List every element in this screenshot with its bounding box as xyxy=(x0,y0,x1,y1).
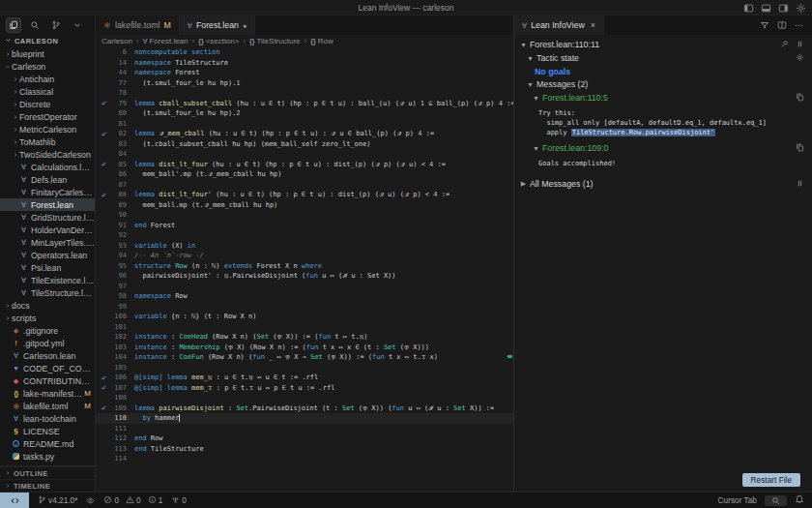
remote-window-indicator[interactable] xyxy=(0,493,29,508)
git-branch-version[interactable]: v4.21.0* xyxy=(38,495,77,506)
code-line-102[interactable]: 102instance : CoeHead (Row X n) (Set (𝔓 … xyxy=(96,332,513,343)
code-line-81[interactable]: 81 xyxy=(96,119,513,130)
code-line-104[interactable]: 104instance : CoeFun (Row X n) (fun _ ↦ … xyxy=(96,352,513,363)
pause-icon[interactable] xyxy=(796,179,804,190)
folder-row-twosidedcarleson[interactable]: TwoSidedCarleson xyxy=(0,148,95,161)
tab-lean-infoview[interactable]: ∀ Lean InfoView × xyxy=(514,15,604,35)
copy-icon[interactable] xyxy=(796,143,804,154)
code-line-6[interactable]: 6noncomputable section xyxy=(96,47,513,58)
code-line-100[interactable]: 100variable {n : ℕ} (t : Row X n) xyxy=(96,312,513,322)
code-line-95[interactable]: 95structure Row (n : ℕ) extends Forest X… xyxy=(96,261,513,272)
folder-row-scripts[interactable]: scripts xyxy=(0,312,95,324)
code-line-96[interactable]: 96 pairwiseDisjoint' : 𝔘.PairwiseDisjoin… xyxy=(96,271,513,282)
code-line-77[interactable]: 77 (t.smul_four_le hu hp).1 xyxy=(96,78,513,89)
customize-layout-icon[interactable] xyxy=(796,3,806,14)
code-line-106[interactable]: ✓✓106@[simp] lemma mem_𝔘 : u ∈ t.𝔘 ↔ u ∈… xyxy=(96,373,513,383)
tactic-state-header[interactable]: ▼ Tactic state xyxy=(514,51,812,65)
all-messages-header[interactable]: ▶ All Messages (1) xyxy=(514,177,812,191)
code-line-91[interactable]: 91end Forest xyxy=(96,221,513,231)
tab-forest-lean[interactable]: ∀ Forest.lean ● xyxy=(180,15,255,35)
code-line-111[interactable]: 111 xyxy=(96,424,513,434)
file-row-lake-manifest-j-[interactable]: {}lake-manifest.j...M xyxy=(0,387,95,400)
breadcrumb-item[interactable]: {}<section> xyxy=(198,37,239,45)
source-control-icon[interactable] xyxy=(48,17,64,33)
folder-row-classical[interactable]: Classical xyxy=(0,85,95,98)
code-line-82[interactable]: ✓✓82lemma 𝒬_mem_cball (hu : u ∈ t) (hp :… xyxy=(96,129,513,139)
code-line-44[interactable]: 44namespace Forest xyxy=(96,68,513,78)
file-row-license[interactable]: §LICENSE xyxy=(0,425,95,437)
code-line-94[interactable]: 94/-- An `n`-row -/ xyxy=(96,251,513,261)
pause-icon[interactable] xyxy=(796,40,804,50)
code-line-92[interactable]: 92 xyxy=(96,230,513,241)
code-line-98[interactable]: 98namespace Row xyxy=(96,291,513,302)
bell-icon[interactable] xyxy=(795,494,804,506)
filter-icon[interactable] xyxy=(760,16,769,34)
code-line-114[interactable]: 114 xyxy=(96,454,513,464)
code-line-85[interactable]: ✓✓85lemma dist_lt_four (hu : u ∈ t) (hp … xyxy=(96,160,513,170)
file-row-tileexistence-lean[interactable]: ∀TileExistence.lean xyxy=(0,274,95,286)
file-row-forest-lean[interactable]: ∀Forest.lean xyxy=(0,198,95,211)
code-line-99[interactable]: 99 xyxy=(96,302,513,313)
chevron-down-icon[interactable] xyxy=(70,17,85,33)
ports-forwarded-indicator[interactable]: 0 xyxy=(171,495,187,506)
code-line-113[interactable]: 113end TileStructure xyxy=(96,444,513,455)
code-line-93[interactable]: 93variable (X) in xyxy=(96,241,513,252)
panel-right-icon[interactable] xyxy=(778,3,789,14)
code-line-107[interactable]: ✓✓107@[simp] lemma mem_𝔗 : p ∈ t.𝔗 u ↔ p… xyxy=(96,383,513,394)
code-line-80[interactable]: 80 (t.smul_four_le hu hp).2 xyxy=(96,108,513,119)
folder-row-carleson[interactable]: Carleson xyxy=(0,60,95,73)
code-line-108[interactable]: 108 xyxy=(96,393,513,403)
split-editor-icon[interactable] xyxy=(777,16,787,34)
code-line-84[interactable]: 84 xyxy=(96,149,513,160)
code-line-97[interactable]: 97 xyxy=(96,282,513,292)
code-editor[interactable]: 6noncomputable section14namespace TileSt… xyxy=(96,47,513,492)
restart-file-button[interactable]: Restart File xyxy=(742,473,800,487)
tab-lakefile-toml[interactable]: lakefile.toml M xyxy=(96,15,180,35)
breadcrumb-item[interactable]: {}Row xyxy=(310,37,333,45)
breadcrumb-item[interactable]: ∀Forest.lean xyxy=(143,37,188,45)
folder-row-docs[interactable]: docs xyxy=(0,299,95,312)
message2-location[interactable]: ▼ Forest.lean:109:0 xyxy=(514,141,812,155)
outline-panel-header[interactable]: OUTLINE xyxy=(0,466,95,479)
file-row-code-of-conduc-[interactable]: ♥CODE_OF_CONDUC... xyxy=(0,362,95,374)
goal-position-header[interactable]: ▼ Forest.lean:110:11 xyxy=(514,38,812,51)
file-row-minlayertiles-lean[interactable]: ∀MinLayerTiles.lean xyxy=(0,236,95,249)
cursor-tab-label[interactable]: Cursor Tab xyxy=(718,495,757,505)
code-line-109[interactable]: ✓✓109lemma pairwiseDisjoint : Set.Pairwi… xyxy=(96,403,513,414)
code-line-79[interactable]: ✓✓79lemma cball_subset_cball (hu : u ∈ t… xyxy=(96,99,513,109)
eye-icon[interactable] xyxy=(86,496,95,505)
code-line-86[interactable]: 86 mem_ball'.mp (t.𝒬_mem_cball hu hp) xyxy=(96,169,513,180)
breadcrumb-item[interactable]: Carleson xyxy=(102,37,132,45)
messages-header[interactable]: ▼ Messages (2) xyxy=(514,77,812,91)
file-row--gitignore[interactable]: ◆.gitignore xyxy=(0,324,95,337)
file-row--gitpod-yml[interactable]: !.gitpod.yml xyxy=(0,337,95,349)
file-row-tasks-py[interactable]: tasks.py xyxy=(0,450,95,463)
file-row-tilestructure-lean[interactable]: ∀TileStructure.lean xyxy=(0,286,95,299)
breadcrumb[interactable]: Carleson›∀Forest.lean›{}<section>›{}Tile… xyxy=(96,35,513,47)
code-line-14[interactable]: 14namespace TileStructure xyxy=(96,58,513,69)
workspace-root-header[interactable]: CARLESON xyxy=(0,35,95,47)
file-row-calculations-lean[interactable]: ∀Calculations.lean xyxy=(0,161,95,173)
message1-location[interactable]: ▼ Forest.lean:110:5 xyxy=(514,91,812,105)
apply-suggestion-highlight[interactable]: TileStructure.Row.pairwiseDisjoint' xyxy=(571,129,716,136)
folder-row-blueprint[interactable]: blueprint xyxy=(0,47,95,60)
panel-bottom-icon[interactable] xyxy=(761,3,771,14)
code-line-83[interactable]: 83 (t.cball_subset_cball hu hp) (mem_bal… xyxy=(96,139,513,150)
code-line-87[interactable]: 87 xyxy=(96,180,513,191)
panel-left-icon[interactable] xyxy=(743,3,754,14)
file-row-readme-md[interactable]: iREADME.md xyxy=(0,437,95,450)
code-line-88[interactable]: ✓✓88lemma dist_lt_four' (hu : u ∈ t) (hp… xyxy=(96,190,513,200)
folder-row-antichain[interactable]: Antichain xyxy=(0,73,95,85)
search-icon[interactable] xyxy=(27,17,43,33)
folder-row-tomathlib[interactable]: ToMathlib xyxy=(0,135,95,148)
code-line-105[interactable]: 105 xyxy=(96,363,513,374)
copy-icon[interactable] xyxy=(796,93,804,104)
breadcrumb-item[interactable]: {}TileStructure xyxy=(249,37,301,45)
code-line-110[interactable]: 110 by hammer xyxy=(96,413,513,424)
file-row-lean-toolchain[interactable]: ∀lean-toolchain xyxy=(0,412,95,425)
file-row-operators-lean[interactable]: ∀Operators.lean xyxy=(0,249,95,261)
code-line-89[interactable]: 89 mem_ball.mp (t.𝒬_mem_cball hu hp) xyxy=(96,200,513,211)
code-line-112[interactable]: 112end Row xyxy=(96,433,513,444)
file-row-finitarycarleson-lean[interactable]: ∀FinitaryCarleson.lean xyxy=(0,186,95,198)
file-row-holdervandercorp-[interactable]: ∀HolderVanDerCorp... xyxy=(0,224,95,236)
